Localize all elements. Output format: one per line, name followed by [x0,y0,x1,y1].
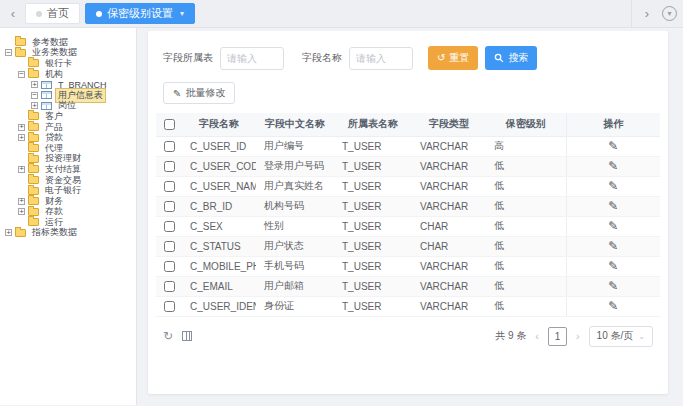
cell-type: VARCHAR [412,276,486,296]
edit-icon[interactable]: ✎ [608,199,618,213]
collapse-icon[interactable]: − [18,71,25,78]
cell-table: T_USER [334,156,412,176]
tab-dot-icon [36,11,42,17]
tree-node[interactable]: +岗位 [5,101,134,112]
table-row: C_USER_CODE登录用户号码T_USERVARCHAR低✎ [156,156,660,176]
tree-node[interactable]: 电子银行 [5,185,134,196]
edit-icon[interactable]: ✎ [608,179,618,193]
row-checkbox[interactable] [164,141,175,152]
page-size-select[interactable]: 10 条/页 ⌄ [589,326,653,347]
field-table-input[interactable] [220,47,284,70]
tree-node-label: 指标类数据 [29,225,80,240]
expand-icon[interactable]: + [18,208,25,215]
cell-cn: 性别 [256,216,334,236]
row-checkbox[interactable] [164,301,175,312]
table-icon [41,102,52,110]
tree-node[interactable]: +贷款 [5,132,134,143]
header-field-cn-name: 字段中文名称 [256,113,334,136]
expand-icon[interactable]: + [31,102,38,109]
edit-icon[interactable]: ✎ [608,219,618,233]
page-size-label: 10 条/页 [597,329,634,343]
row-checkbox[interactable] [164,181,175,192]
edit-icon[interactable]: ✎ [608,159,618,173]
expand-icon[interactable]: + [18,166,25,173]
tab-bar-right-controls: › ▾ [631,0,677,27]
tab-menu-icon[interactable]: ▾ [662,6,677,21]
cell-level: 低 [486,176,566,196]
table-row: C_STATUS用户状态T_USERCHAR低✎ [156,236,660,256]
prev-page-icon[interactable]: ‹ [535,330,539,342]
edit-icon[interactable]: ✎ [608,139,618,153]
chevron-down-icon[interactable]: ▾ [180,9,184,18]
cell-field: C_MOBILE_PHONE [182,256,256,276]
table-row: C_USER_ID用户编号T_USERVARCHAR高✎ [156,136,660,156]
refresh-icon[interactable]: ↻ [163,330,173,342]
table-row: C_USER_IDENTITY身份证T_USERVARCHAR低✎ [156,296,660,316]
row-checkbox[interactable] [164,161,175,172]
folder-icon [28,144,39,152]
collapse-icon[interactable]: − [5,49,12,56]
edit-icon[interactable]: ✎ [608,299,618,313]
search-button[interactable]: 搜索 [485,46,537,70]
cell-level: 低 [486,236,566,256]
cell-type: VARCHAR [412,156,486,176]
row-checkbox[interactable] [164,201,175,212]
cell-table: T_USER [334,256,412,276]
cell-cn: 身份证 [256,296,334,316]
row-checkbox[interactable] [164,221,175,232]
cell-level: 低 [486,256,566,276]
cell-type: VARCHAR [412,296,486,316]
cell-level: 低 [486,296,566,316]
column-settings-icon[interactable] [182,331,192,341]
tab-security-level-settings[interactable]: 保密级别设置 ▾ [85,3,195,24]
expand-icon[interactable]: + [18,124,25,131]
cell-table: T_USER [334,236,412,256]
expand-icon[interactable]: + [31,81,38,88]
page-number-button[interactable]: 1 [548,327,567,346]
tab-home[interactable]: 首页 [25,3,80,24]
edit-icon[interactable]: ✎ [608,279,618,293]
batch-edit-button[interactable]: ✎ 批量修改 [163,82,235,104]
cell-type: VARCHAR [412,136,486,156]
table-toolbar: ✎ 批量修改 [156,82,660,113]
table-row: C_SEX性别T_USERCHAR低✎ [156,216,660,236]
field-name-input[interactable] [349,47,413,70]
table-body: C_USER_ID用户编号T_USERVARCHAR高✎C_USER_CODE登… [156,136,660,316]
tab-home-label: 首页 [47,6,69,21]
field-table-label: 字段所属表 [163,51,213,65]
folder-icon [15,229,26,237]
tree-node[interactable]: +指标类数据 [5,228,134,239]
tab-bar: ‹ 首页 保密级别设置 ▾ › ▾ [0,0,683,28]
folder-icon [28,155,39,163]
reset-button[interactable]: ↺ 重置 [428,46,478,70]
row-checkbox[interactable] [164,241,175,252]
tree-node[interactable]: +存款 [5,207,134,218]
cell-type: CHAR [412,216,486,236]
tabs-scroll-left-icon[interactable]: ‹ [6,6,20,21]
row-checkbox[interactable] [164,261,175,272]
tab-dot-icon [96,11,102,17]
edit-icon[interactable]: ✎ [608,259,618,273]
collapse-icon[interactable]: − [31,92,38,99]
expand-icon[interactable]: + [18,134,25,141]
cell-type: CHAR [412,236,486,256]
row-checkbox[interactable] [164,281,175,292]
cell-table: T_USER [334,136,412,156]
select-all-checkbox[interactable] [164,119,175,130]
folder-icon [28,112,39,120]
tabs-scroll-right-icon[interactable]: › [640,6,654,21]
folder-icon [28,197,39,205]
tree-node[interactable]: 银行卡 [5,58,134,69]
tree-node[interactable]: +产品 [5,122,134,133]
folder-icon [28,59,39,67]
cell-type: VARCHAR [412,196,486,216]
next-page-icon[interactable]: › [576,330,580,342]
folder-icon [28,165,39,173]
expand-icon[interactable]: + [18,198,25,205]
table-row: C_USER_NAME用户真实姓名T_USERVARCHAR低✎ [156,176,660,196]
cell-level: 低 [486,276,566,296]
expand-icon[interactable]: + [5,229,12,236]
edit-icon[interactable]: ✎ [608,239,618,253]
header-table-name: 所属表名称 [334,113,412,136]
chevron-down-icon: ⌄ [638,332,645,341]
